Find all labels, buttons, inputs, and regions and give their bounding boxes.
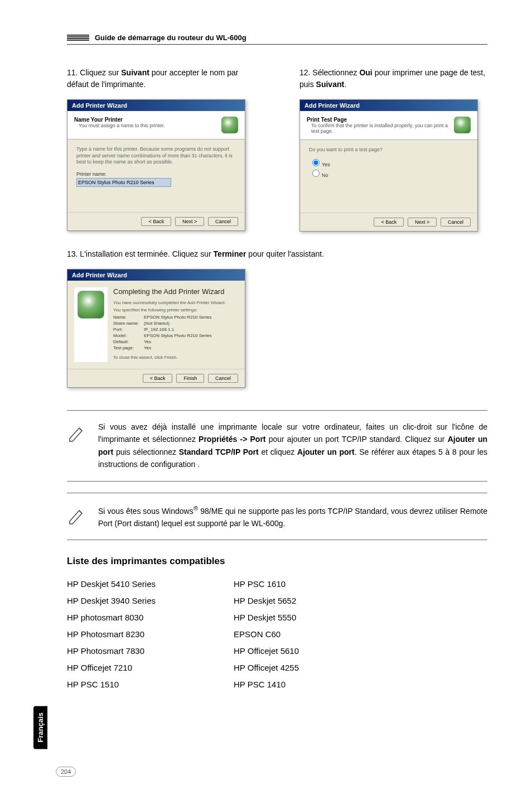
radio-no[interactable] (312, 170, 320, 177)
note-1-text: Si vous avez déjà installé une imprimant… (98, 421, 487, 471)
list-item: HP photosmart 8030 (67, 609, 156, 626)
kv-test-v: Yes (144, 345, 151, 350)
step-12-b1: Oui (359, 68, 372, 77)
wizard2-next-button[interactable]: Next > (408, 218, 437, 227)
wizard2-sub: To confirm that the printer is installed… (307, 123, 454, 134)
wizard1-back-button[interactable]: < Back (141, 217, 171, 226)
wizard2-q: Do you want to print a test page? (309, 147, 468, 153)
wizard3-big: Completing the Add Printer Wizard (113, 287, 238, 296)
printer-wizard-icon (78, 291, 104, 319)
pencil-note-icon (67, 423, 87, 443)
list-item: HP Deskjet 3940 Series (67, 593, 156, 609)
header-stripes-icon (67, 35, 89, 41)
step-11: 11. Cliquez sur Suivant pour accepter le… (67, 67, 255, 90)
printer-wizard-icon (221, 117, 238, 133)
wizard3-cancel-button[interactable]: Cancel (208, 374, 238, 383)
wizard1-sub: You must assign a name to this printer. (74, 123, 221, 128)
wizard-complete: Add Printer Wizard Completing the Add Pr… (67, 269, 245, 388)
wizard3-back-button[interactable]: < Back (143, 374, 173, 383)
wizard-test-page: Add Printer Wizard Print Test Page To co… (299, 99, 478, 232)
step-13: 13. L'installation est terminée. Cliquez… (67, 248, 487, 260)
wizard1-title: Add Printer Wizard (67, 100, 245, 111)
printer-col-left: HP Deskjet 5410 Series HP Deskjet 3940 S… (67, 576, 156, 693)
radio-yes-label: Yes (322, 162, 330, 167)
printer-wizard-icon (454, 117, 471, 133)
list-item: HP Officejet 4255 (234, 660, 299, 676)
kv-share-v: (Not Shared) (144, 321, 170, 326)
wizard1-hdr: Name Your Printer (74, 117, 221, 123)
list-item: HP PSC 1410 (234, 676, 299, 693)
kv-test-k: Test page: (113, 345, 144, 350)
wizard2-cancel-button[interactable]: Cancel (441, 218, 471, 227)
wizard2-title: Add Printer Wizard (300, 100, 477, 111)
wizard1-cancel-button[interactable]: Cancel (208, 217, 238, 226)
kv-def-v: Yes (144, 339, 151, 344)
kv-port-v: IP_192.168.1.1 (144, 327, 174, 332)
step-13-pre: 13. L'installation est terminée. Cliquez… (67, 249, 214, 258)
kv-port-k: Port: (113, 327, 144, 332)
step-11-pre: 11. Cliquez sur (67, 68, 121, 77)
wizard3-close: To close this wizard, click Finish. (113, 355, 238, 360)
wizard3-para1: You have successfully completed the Add … (113, 300, 238, 305)
radio-no-label: No (322, 172, 328, 178)
list-item: HP PSC 1610 (234, 576, 299, 593)
wizard2-back-button[interactable]: < Back (374, 218, 404, 227)
wizard2-hdr: Print Test Page (307, 117, 454, 123)
list-item: HP Deskjet 5652 (234, 593, 299, 609)
wizard3-para2: You specified the following printer sett… (113, 307, 238, 312)
wizard1-next-button[interactable]: Next > (175, 217, 204, 226)
list-item: HP Officejet 7210 (67, 660, 156, 676)
note-2: Si vous êtes sous Windows® 98/ME qui ne … (67, 493, 487, 540)
page-number: 204 (56, 767, 76, 777)
step-13-suf: pour quiter l'assistant. (246, 249, 324, 258)
note-1: Si vous avez déjà installé une imprimant… (67, 410, 487, 482)
list-item: HP Photosmart 7830 (67, 643, 156, 660)
list-item: HP Photosmart 8230 (67, 626, 156, 643)
printer-col-right: HP PSC 1610 HP Deskjet 5652 HP Deskjet 5… (234, 576, 299, 693)
header-title: Guide de démarrage du routeur du WL-600g (95, 33, 246, 42)
wizard-name-printer: Add Printer Wizard Name Your Printer You… (67, 99, 245, 231)
pencil-note-icon (67, 506, 87, 526)
step-12-pre: 12. Sélectionnez (299, 68, 359, 77)
kv-model-v: EPSON Stylus Photo R210 Series (144, 333, 211, 338)
wizard1-label: Printer name: (76, 171, 236, 177)
step-12-b2: Suivant (316, 80, 345, 89)
kv-name-k: Name: (113, 315, 144, 320)
side-language-tab: Français (33, 706, 47, 749)
step-12: 12. Sélectionnez Oui pour imprimer une p… (299, 67, 487, 90)
step-13-bold: Terminer (214, 249, 246, 258)
step-11-bold: Suivant (121, 68, 149, 77)
list-item: HP PSC 1510 (67, 676, 156, 693)
list-item: HP Deskjet 5410 Series (67, 576, 156, 593)
kv-name-v: EPSON Stylus Photo R210 Series (144, 315, 211, 320)
wizard3-title: Add Printer Wizard (67, 269, 245, 281)
list-item: EPSON C60 (234, 626, 299, 643)
kv-share-k: Share name: (113, 321, 144, 326)
note-2-text: Si vous êtes sous Windows® 98/ME qui ne … (98, 503, 487, 530)
section-title: Liste des imprimantes compatibles (67, 556, 487, 567)
header: Guide de démarrage du routeur du WL-600g (67, 33, 487, 45)
list-item: HP Deskjet 5550 (234, 609, 299, 626)
wizard1-desc: Type a name for this printer. Because so… (76, 146, 236, 166)
step-12-suf: . (344, 80, 346, 89)
kv-def-k: Default: (113, 339, 144, 344)
list-item: HP Officejet 5610 (234, 643, 299, 660)
printer-name-input[interactable] (76, 178, 171, 187)
printer-list: HP Deskjet 5410 Series HP Deskjet 3940 S… (67, 576, 487, 693)
kv-model-k: Model: (113, 333, 144, 338)
wizard3-finish-button[interactable]: Finish (176, 374, 204, 383)
radio-yes[interactable] (312, 159, 320, 166)
